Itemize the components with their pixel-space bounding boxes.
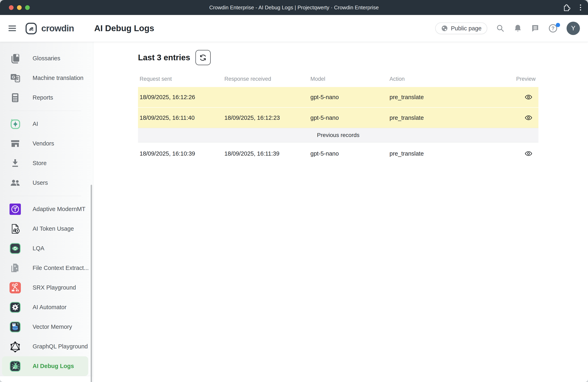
sidebar-item-graphql-playground[interactable]: GraphQL Playground bbox=[0, 337, 93, 356]
sidebar-footer bbox=[0, 376, 93, 382]
sidebar-item-vector-memory[interactable]: Vector Memory bbox=[0, 317, 93, 337]
sidebar-item-label: File Context Extract... bbox=[33, 265, 89, 271]
action-value: pre_translate bbox=[388, 94, 504, 101]
sidebar-item-file-context-extractor[interactable]: File Context Extract... bbox=[0, 258, 93, 278]
sidebar-item-srx-playground[interactable]: SRX Playground bbox=[0, 278, 93, 297]
graphql-playground-icon bbox=[9, 341, 21, 352]
minimize-window-button[interactable] bbox=[17, 5, 22, 10]
request-sent-value: 18/09/2025, 16:12:26 bbox=[138, 94, 223, 101]
sidebar-item-vendors[interactable]: Vendors bbox=[0, 134, 93, 153]
sidebar-item-label: Glossaries bbox=[33, 55, 60, 62]
lqa-icon bbox=[9, 243, 21, 254]
store-icon bbox=[9, 158, 21, 169]
table-row: 18/09/2025, 16:12:26 gpt-5-nano pre_tran… bbox=[138, 87, 538, 108]
ai-automator-icon bbox=[9, 302, 21, 313]
sidebar-scrollbar[interactable] bbox=[91, 185, 92, 382]
main-content: Last 3 entries Request sent Response rec… bbox=[93, 42, 588, 382]
extensions-puzzle-icon[interactable] bbox=[562, 3, 571, 12]
sidebar-item-store[interactable]: Store bbox=[0, 153, 93, 173]
action-value: pre_translate bbox=[388, 114, 504, 121]
reports-icon bbox=[9, 92, 21, 103]
sidebar-item-label: SRX Playground bbox=[33, 284, 76, 291]
globe-icon bbox=[441, 25, 448, 32]
ai-debug-logs-icon bbox=[9, 361, 21, 372]
column-header-request-sent: Request sent bbox=[138, 76, 223, 82]
public-page-button[interactable]: Public page bbox=[435, 22, 487, 34]
sidebar-item-ai[interactable]: AI bbox=[0, 114, 93, 134]
preview-eye-icon[interactable] bbox=[525, 114, 532, 122]
notifications-bell-icon[interactable] bbox=[514, 24, 522, 33]
sidebar-item-label: Reports bbox=[33, 94, 53, 101]
sidebar-item-label: Adaptive ModernMT bbox=[33, 206, 85, 212]
refresh-button[interactable] bbox=[195, 50, 211, 65]
app-header: crowdin AI Debug Logs Public page bbox=[0, 15, 588, 42]
sidebar-item-label: AI Token Usage bbox=[33, 225, 74, 232]
srx-playground-icon bbox=[9, 282, 21, 293]
preview-eye-icon[interactable] bbox=[525, 93, 532, 101]
users-icon bbox=[9, 177, 21, 189]
vendors-icon bbox=[9, 138, 21, 149]
adaptive-modernmt-icon bbox=[9, 204, 21, 215]
sidebar-item-label: AI Automator bbox=[33, 304, 66, 311]
user-avatar[interactable]: Y bbox=[567, 22, 580, 35]
column-header-action: Action bbox=[388, 76, 504, 82]
preview-eye-icon[interactable] bbox=[525, 150, 532, 157]
crowdin-logo-icon bbox=[25, 22, 38, 35]
browser-menu-kebab-icon[interactable] bbox=[579, 3, 582, 12]
table-row: 18/09/2025, 16:11:40 18/09/2025, 16:12:2… bbox=[138, 108, 538, 128]
sidebar-item-lqa[interactable]: LQA bbox=[0, 238, 93, 258]
crowdin-logo[interactable]: crowdin bbox=[25, 22, 74, 35]
ai-token-usage-icon bbox=[9, 223, 21, 234]
model-value: gpt-5-nano bbox=[309, 150, 388, 157]
search-icon[interactable] bbox=[496, 24, 505, 33]
column-header-preview: Preview bbox=[504, 76, 538, 82]
close-window-button[interactable] bbox=[9, 5, 14, 10]
sidebar-item-glossaries[interactable]: Glossaries bbox=[0, 49, 93, 68]
sidebar-item-users[interactable]: Users bbox=[0, 173, 93, 193]
sidebar-item-label: LQA bbox=[33, 245, 44, 252]
request-sent-value: 18/09/2025, 16:10:39 bbox=[138, 150, 223, 157]
sidebar-item-ai-token-usage[interactable]: AI Token Usage bbox=[0, 219, 93, 238]
crowdin-wordmark: crowdin bbox=[41, 23, 74, 33]
sidebar-item-label: Vector Memory bbox=[33, 323, 72, 330]
help-icon[interactable]: ? bbox=[548, 24, 558, 33]
file-context-extractor-icon bbox=[9, 262, 21, 274]
debug-logs-table: Request sent Response received Model Act… bbox=[138, 71, 538, 165]
sidebar-item-reports[interactable]: Reports bbox=[0, 88, 93, 107]
titlebar: Crowdin Enterprise - AI Debug Logs | Pro… bbox=[0, 0, 588, 15]
sidebar-item-ai-automator[interactable]: AI Automator bbox=[0, 297, 93, 317]
sidebar-item-label: Users bbox=[33, 179, 48, 186]
response-received-value: 18/09/2025, 16:11:39 bbox=[223, 150, 309, 157]
refresh-icon bbox=[199, 54, 207, 62]
previous-records-button[interactable]: Previous records bbox=[138, 128, 538, 142]
column-header-response-received: Response received bbox=[223, 76, 309, 82]
sidebar-item-ai-debug-logs[interactable]: AI Debug Logs bbox=[2, 356, 88, 376]
sidebar-item-machine-translation[interactable]: G Machine translation bbox=[0, 68, 93, 88]
messages-chat-icon[interactable] bbox=[531, 24, 539, 33]
sidebar-item-label: Store bbox=[33, 160, 46, 167]
sidebar-item-adaptive-modernmt[interactable]: Adaptive ModernMT bbox=[0, 199, 93, 219]
sidebar-item-label: AI Debug Logs bbox=[33, 363, 74, 369]
vector-memory-icon bbox=[9, 321, 21, 333]
table-row: 18/09/2025, 16:10:39 18/09/2025, 16:11:3… bbox=[138, 142, 538, 165]
menu-hamburger-icon[interactable] bbox=[8, 25, 17, 31]
column-header-model: Model bbox=[309, 76, 388, 82]
sidebar-item-label: Machine translation bbox=[33, 75, 83, 81]
browser-window: Crowdin Enterprise - AI Debug Logs | Pro… bbox=[0, 0, 588, 382]
notification-dot-badge bbox=[556, 23, 560, 27]
model-value: gpt-5-nano bbox=[309, 94, 388, 101]
page-title: AI Debug Logs bbox=[94, 23, 154, 33]
maximize-window-button[interactable] bbox=[25, 5, 30, 10]
sidebar-item-label: AI bbox=[33, 121, 38, 127]
sidebar-divider bbox=[10, 111, 81, 111]
sidebar-item-label: Vendors bbox=[33, 140, 54, 147]
table-header-row: Request sent Response received Model Act… bbox=[138, 71, 538, 87]
action-value: pre_translate bbox=[388, 150, 504, 157]
entries-heading: Last 3 entries bbox=[138, 53, 190, 62]
ai-icon bbox=[9, 118, 21, 130]
glossaries-icon bbox=[9, 53, 21, 64]
sidebar-item-label: GraphQL Playground bbox=[33, 343, 88, 350]
response-received-value: 18/09/2025, 16:12:23 bbox=[223, 114, 309, 121]
model-value: gpt-5-nano bbox=[309, 114, 388, 121]
sidebar: Glossaries G Machine translation bbox=[0, 42, 93, 382]
